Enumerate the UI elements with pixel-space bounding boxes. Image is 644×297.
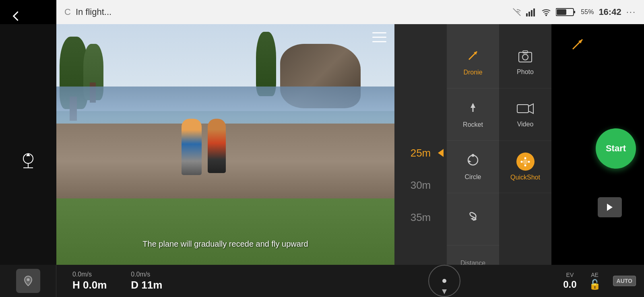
- action-selector: Photo Video: [499, 24, 551, 273]
- svg-point-5: [545, 14, 547, 16]
- person-2: [208, 119, 226, 173]
- svg-rect-3: [531, 10, 533, 16]
- mode-selector: Dronie Rocket Circle: [447, 24, 499, 273]
- status-left: C In flight...: [64, 7, 111, 17]
- person-1: [182, 119, 202, 175]
- location-button[interactable]: [16, 269, 40, 293]
- play-button[interactable]: [598, 197, 622, 217]
- ev-control: EV 0.0: [563, 272, 576, 290]
- svg-point-30: [521, 161, 523, 163]
- mode-circle[interactable]: Circle: [447, 141, 499, 193]
- svg-rect-1: [526, 13, 528, 16]
- ev-value: 0.0: [563, 279, 576, 290]
- action-video-label: Video: [517, 121, 534, 128]
- right-panel: 25m 30m 35m Distance Dronie: [394, 24, 551, 273]
- lock-icon: 🔓: [589, 279, 601, 290]
- menu-line-2: [372, 37, 386, 38]
- start-label: Start: [606, 143, 626, 154]
- rocket-icon: [466, 101, 480, 118]
- d-speed-label: 0.0m/s: [131, 271, 162, 278]
- distance-speed-group: 0.0m/s D 11m: [131, 271, 162, 291]
- flight-status-title: In flight...: [76, 7, 111, 17]
- distance-arrow-icon: [438, 149, 444, 157]
- action-photo-label: Photo: [517, 68, 534, 76]
- back-icon: [10, 10, 22, 22]
- arrow-diagonal-icon: [570, 36, 586, 52]
- action-quickshot[interactable]: QuickShot: [499, 141, 551, 193]
- bottom-bar: 0.0m/s H 0.0m 0.0m/s D 11m EV 0.0 AE 🔓 A…: [0, 265, 644, 297]
- start-button[interactable]: Start: [596, 128, 636, 169]
- flight-stats: 0.0m/s H 0.0m 0.0m/s D 11m: [56, 271, 326, 291]
- helix-icon: [466, 209, 480, 226]
- signal-bars-icon: [526, 8, 537, 16]
- quickshot-icon: [516, 153, 535, 171]
- svg-rect-2: [528, 12, 530, 16]
- distance-value-35m: 35m: [411, 211, 431, 224]
- compass-area: [326, 265, 564, 297]
- no-signal-icon: [512, 8, 521, 16]
- auto-badge[interactable]: AUTO: [613, 276, 636, 286]
- ae-label: AE: [591, 272, 599, 278]
- svg-marker-25: [528, 104, 533, 113]
- distance-value-25m: 25m: [411, 147, 431, 159]
- back-button[interactable]: [4, 4, 28, 28]
- menu-line-3: [372, 41, 386, 42]
- video-icon: [516, 101, 534, 118]
- compass-arrow: [442, 289, 447, 294]
- circle-icon: [466, 153, 480, 170]
- video-background: The plane will gradually recede and fly …: [56, 24, 394, 273]
- video-subtitle: The plane will gradually recede and fly …: [56, 239, 394, 249]
- play-icon: [605, 202, 615, 212]
- drone-land-icon: [17, 150, 39, 172]
- left-sidebar: [0, 24, 56, 297]
- title-letter: C: [64, 7, 71, 17]
- more-options-button[interactable]: ···: [626, 7, 636, 17]
- ae-control: AE 🔓: [589, 272, 601, 290]
- action-video[interactable]: Video: [499, 89, 551, 141]
- svg-rect-24: [517, 105, 528, 113]
- distance-option-30m[interactable]: 30m: [394, 169, 447, 201]
- grass-layer: [56, 198, 394, 273]
- mode-dronie[interactable]: Dronie: [447, 36, 499, 89]
- svg-point-28: [524, 157, 526, 159]
- distance-option-35m[interactable]: 35m: [394, 201, 447, 233]
- mode-dronie-label: Dronie: [463, 69, 482, 76]
- sidebar-drone-icon[interactable]: [16, 148, 40, 173]
- action-quickshot-label: QuickShot: [510, 174, 540, 181]
- status-bar: C In flight... 55% 16:42: [56, 0, 644, 24]
- svg-marker-12: [26, 153, 30, 156]
- height-value: H 0.0m: [72, 279, 107, 291]
- compass-dot: [442, 279, 446, 283]
- svg-marker-16: [471, 103, 475, 108]
- svg-point-31: [528, 161, 530, 163]
- svg-rect-21: [519, 52, 532, 62]
- compass-ring: [428, 265, 460, 297]
- status-right: 55% 16:42 ···: [512, 7, 636, 17]
- svg-marker-34: [607, 204, 613, 211]
- clock-time: 16:42: [599, 7, 621, 17]
- distance-value-30m: 30m: [411, 179, 431, 192]
- mode-circle-label: Circle: [465, 173, 481, 181]
- battery-percent: 55%: [581, 8, 594, 16]
- h-speed-label: 0.0m/s: [72, 271, 107, 278]
- bottom-right-controls: EV 0.0 AE 🔓 AUTO: [563, 272, 644, 290]
- distance-option-25m[interactable]: 25m: [394, 137, 447, 169]
- mode-helix[interactable]: [447, 193, 499, 245]
- video-feed: The plane will gradually recede and fly …: [56, 24, 394, 273]
- menu-line-1: [372, 32, 386, 33]
- svg-point-27: [523, 159, 528, 164]
- svg-point-35: [27, 278, 29, 281]
- svg-point-22: [522, 54, 528, 60]
- battery-icon: [556, 7, 576, 17]
- ev-label: EV: [566, 272, 574, 278]
- mode-rocket[interactable]: Rocket: [447, 89, 499, 141]
- horizontal-speed-group: 0.0m/s H 0.0m: [72, 271, 107, 291]
- action-photo[interactable]: Photo: [499, 36, 551, 89]
- mode-rocket-label: Rocket: [463, 121, 483, 128]
- location-section: [0, 265, 56, 297]
- dronie-icon: [466, 48, 480, 66]
- people-group: [182, 119, 226, 175]
- svg-point-29: [524, 164, 526, 166]
- dronie-arrow-indicator: [568, 34, 588, 54]
- video-menu-button[interactable]: [370, 30, 388, 44]
